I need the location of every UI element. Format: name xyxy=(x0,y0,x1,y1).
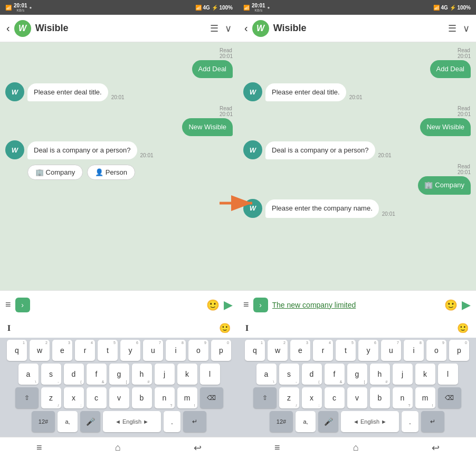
key-i-right[interactable]: 8i xyxy=(404,340,424,361)
key-j-left[interactable]: j xyxy=(155,364,175,385)
backspace-key-right[interactable]: ⌫ xyxy=(438,387,461,408)
comma-key-right[interactable]: a, xyxy=(296,411,316,432)
key-y-right[interactable]: 6y xyxy=(358,340,378,361)
key-w-left[interactable]: 2w xyxy=(30,340,50,361)
key-p-left[interactable]: 0p xyxy=(211,340,231,361)
period-key-left[interactable]: . xyxy=(164,411,180,432)
key-e-left[interactable]: 3e xyxy=(52,340,72,361)
hamburger-icon-left[interactable]: ≡ xyxy=(5,299,11,310)
period-key-right[interactable]: . xyxy=(402,411,418,432)
person-button-left[interactable]: 👤 Person xyxy=(87,165,135,180)
key-s-left[interactable]: s- xyxy=(41,364,61,385)
key-x-left[interactable]: x: xyxy=(64,387,84,408)
bottom-back-right[interactable]: ↩ xyxy=(432,442,440,454)
key-t-left[interactable]: 5t xyxy=(98,340,118,361)
key-d-left[interactable]: d( xyxy=(64,364,84,385)
num-key-right[interactable]: 12# xyxy=(270,411,293,432)
keyboard-top-right: 𝐈 🙂 xyxy=(238,319,476,338)
key-b-right[interactable]: b xyxy=(370,387,390,408)
key-n-left[interactable]: n? xyxy=(155,387,175,408)
emoji-btn-right[interactable]: 🙂 xyxy=(444,299,458,311)
key-h-right[interactable]: h# xyxy=(370,364,390,385)
menu-icon-right[interactable]: ☰ xyxy=(448,23,456,34)
message-input-left[interactable] xyxy=(34,301,202,309)
send-btn-right[interactable]: ▶ xyxy=(462,298,471,312)
msg-row-company-selected-right: Read20:01 🏢 Company xyxy=(243,164,471,194)
key-k-left[interactable]: k xyxy=(177,364,197,385)
emoji-btn-left[interactable]: 🙂 xyxy=(206,299,220,311)
key-g-right[interactable]: g[ xyxy=(347,364,367,385)
mic-key-right[interactable]: 🎤 xyxy=(318,411,338,432)
expand-icon-right[interactable]: ∨ xyxy=(463,23,470,34)
key-m-left[interactable]: m! xyxy=(177,387,197,408)
cursor-icon-left: 𝐈 xyxy=(7,323,11,333)
key-p-right[interactable]: 0p xyxy=(449,340,469,361)
comma-key-left[interactable]: a, xyxy=(58,411,78,432)
back-button-right[interactable]: ‹ xyxy=(244,22,248,34)
emoji-icon-left[interactable]: 🙂 xyxy=(219,322,231,334)
bottom-home-right[interactable]: ⌂ xyxy=(353,442,359,453)
shift-key-left[interactable]: ⇧ xyxy=(15,387,39,408)
key-r-left[interactable]: 4r xyxy=(75,340,95,361)
bottom-menu-right[interactable]: ≡ xyxy=(274,442,280,453)
key-n-right[interactable]: n? xyxy=(393,387,413,408)
nav-icons-left: ☰ ∨ xyxy=(210,23,232,34)
space-key-left[interactable]: ◄ English ► xyxy=(103,411,161,432)
key-f-right[interactable]: f& xyxy=(325,364,345,385)
key-j-right[interactable]: j xyxy=(393,364,413,385)
key-a-right[interactable]: a\ xyxy=(256,364,277,385)
key-w-right[interactable]: 2w xyxy=(268,340,288,361)
emoji-icon-right[interactable]: 🙂 xyxy=(457,322,469,334)
chevron-btn-left[interactable]: › xyxy=(15,298,30,312)
message-input-right[interactable] xyxy=(272,301,440,309)
key-v-right[interactable]: v xyxy=(347,387,367,408)
key-h-left[interactable]: h# xyxy=(132,364,152,385)
key-b-left[interactable]: b xyxy=(132,387,152,408)
company-button-left[interactable]: 🏢 Company xyxy=(27,165,83,180)
mic-key-left[interactable]: 🎤 xyxy=(80,411,100,432)
key-c-right[interactable]: c xyxy=(325,387,345,408)
msg-bubble-company-right: Deal is a company or a person? xyxy=(265,141,375,159)
hamburger-icon-right[interactable]: ≡ xyxy=(243,299,249,310)
key-g-left[interactable]: g[ xyxy=(109,364,129,385)
key-e-right[interactable]: 3e xyxy=(290,340,310,361)
bottom-menu-left[interactable]: ≡ xyxy=(36,442,42,453)
key-f-left[interactable]: f& xyxy=(87,364,107,385)
key-z-right[interactable]: z/ xyxy=(279,387,299,408)
msg-time-deal-title-left: 20:01 xyxy=(111,94,125,100)
key-l-right[interactable]: l xyxy=(438,364,458,385)
backspace-key-left[interactable]: ⌫ xyxy=(200,387,223,408)
num-key-left[interactable]: 12# xyxy=(32,411,55,432)
space-key-right[interactable]: ◄ English ► xyxy=(341,411,399,432)
bottom-back-left[interactable]: ↩ xyxy=(194,442,202,454)
key-q-right[interactable]: 1q xyxy=(245,340,265,361)
key-y-left[interactable]: 6y xyxy=(120,340,140,361)
bottom-home-left[interactable]: ⌂ xyxy=(115,442,121,453)
key-o-left[interactable]: 9o xyxy=(188,340,208,361)
send-btn-left[interactable]: ▶ xyxy=(224,298,233,312)
key-c-left[interactable]: c xyxy=(87,387,107,408)
key-r-right[interactable]: 4r xyxy=(313,340,333,361)
key-t-right[interactable]: 5t xyxy=(336,340,356,361)
key-m-right[interactable]: m! xyxy=(415,387,435,408)
key-k-right[interactable]: k xyxy=(415,364,435,385)
key-x-right[interactable]: x: xyxy=(302,387,322,408)
key-u-right[interactable]: 7u xyxy=(381,340,401,361)
chevron-btn-right[interactable]: › xyxy=(253,298,268,312)
key-o-right[interactable]: 9o xyxy=(426,340,446,361)
key-q-left[interactable]: 1q xyxy=(7,340,27,361)
key-u-left[interactable]: 7u xyxy=(143,340,163,361)
shift-key-right[interactable]: ⇧ xyxy=(253,387,277,408)
key-s-right[interactable]: s- xyxy=(279,364,299,385)
key-a-left[interactable]: a\ xyxy=(18,364,39,385)
key-d-right[interactable]: d( xyxy=(302,364,322,385)
enter-key-right[interactable]: ↵ xyxy=(421,411,444,432)
enter-key-left[interactable]: ↵ xyxy=(183,411,206,432)
key-i-left[interactable]: 8i xyxy=(166,340,186,361)
key-z-left[interactable]: z/ xyxy=(41,387,61,408)
back-button-left[interactable]: ‹ xyxy=(6,22,10,34)
menu-icon-left[interactable]: ☰ xyxy=(210,23,218,34)
key-l-left[interactable]: l xyxy=(200,364,220,385)
expand-icon-left[interactable]: ∨ xyxy=(225,23,232,34)
key-v-left[interactable]: v xyxy=(109,387,129,408)
